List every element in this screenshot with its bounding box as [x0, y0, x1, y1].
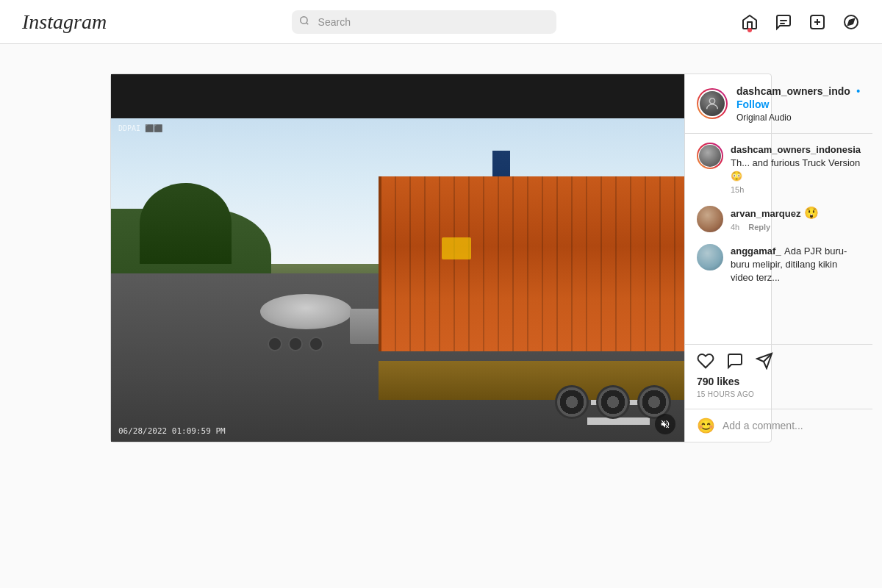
explore-button[interactable]	[842, 13, 860, 31]
video-brand-overlay: DDPAI ⬛⬛	[118, 124, 162, 132]
post-card: DDPAI ⬛⬛ 06/28/2022 01:09:59 PM	[110, 74, 772, 442]
header: Instagram	[0, 0, 882, 44]
instagram-logo: Instagram	[22, 10, 107, 34]
comment-1-content: dashcam_owners_indonesia Th... and furio…	[731, 143, 861, 194]
tanker-wheels	[268, 337, 323, 351]
container-ribs	[381, 176, 684, 351]
svg-marker-6	[848, 18, 854, 24]
post-author-info: dashcam_owners_indo • Follow Original Au…	[736, 85, 861, 123]
comment-item: anggamaf_ Ada PJR buru-buru melipir, dit…	[697, 244, 861, 284]
reply-button[interactable]: Reply	[748, 223, 770, 232]
post-author-avatar-ring	[697, 88, 728, 119]
likes-count: 790 likes	[697, 376, 861, 387]
comment-input[interactable]	[723, 420, 861, 431]
add-comment-row: 😊	[685, 409, 872, 442]
video-timestamp-overlay: 06/28/2022 01:09:59 PM	[118, 426, 226, 436]
comment-2-time: 4h	[731, 223, 739, 232]
container-truck	[352, 176, 684, 419]
commenter-avatar-2	[697, 206, 723, 232]
post-actions: 790 likes 15 HOURS AGO	[685, 344, 872, 409]
wheel-2	[596, 385, 630, 419]
comment-3-username[interactable]: anggamaf_	[731, 245, 781, 257]
create-button[interactable]	[808, 13, 826, 31]
post-media: DDPAI ⬛⬛ 06/28/2022 01:09:59 PM	[111, 74, 684, 442]
video-player[interactable]: DDPAI ⬛⬛ 06/28/2022 01:09:59 PM	[111, 118, 684, 442]
comment-item: arvan_marquez 😲 4h Reply	[697, 206, 861, 232]
post-header: dashcam_owners_indo • Follow Original Au…	[685, 74, 872, 134]
video-scene: DDPAI ⬛⬛ 06/28/2022 01:09:59 PM	[111, 118, 684, 442]
comment-1-time: 15h	[731, 185, 744, 194]
commenter-avatar-inner	[698, 144, 722, 168]
like-button[interactable]	[697, 352, 714, 370]
mute-button[interactable]	[655, 414, 675, 434]
svg-point-0	[300, 16, 306, 23]
truck-wheels	[555, 385, 671, 419]
comment-button[interactable]	[726, 352, 744, 370]
comment-1-text: Th... and furious Truck Version 😳	[731, 157, 860, 182]
wheel	[268, 337, 282, 351]
container-marking	[442, 237, 471, 259]
post-audio-label: Original Audio	[736, 112, 861, 123]
comment-2-username[interactable]: arvan_marquez	[731, 208, 800, 219]
search-bar	[292, 10, 556, 34]
avatar-inner	[698, 90, 726, 118]
share-button[interactable]	[756, 352, 773, 370]
post-timestamp: 15 HOURS AGO	[697, 390, 861, 398]
wheel	[309, 337, 323, 351]
comment-item: dashcam_owners_indonesia Th... and furio…	[697, 143, 861, 194]
comment-3-content: anggamaf_ Ada PJR buru-buru melipir, dit…	[731, 244, 861, 284]
wheel	[288, 337, 303, 351]
main-content: DDPAI ⬛⬛ 06/28/2022 01:09:59 PM	[0, 44, 882, 472]
tanker-body	[260, 294, 352, 329]
media-top-bar	[111, 74, 684, 118]
action-icons-row	[697, 352, 861, 370]
trees2	[140, 183, 232, 264]
comment-1-username[interactable]: dashcam_owners_indonesia	[731, 144, 861, 155]
container-body	[379, 176, 684, 351]
emoji-button[interactable]: 😊	[697, 417, 715, 434]
post-sidebar: dashcam_owners_indo • Follow Original Au…	[684, 74, 872, 442]
commenter-avatar-img-1	[699, 145, 721, 167]
commenter-avatar-3	[697, 244, 723, 270]
notification-dot	[747, 28, 752, 32]
messenger-button[interactable]	[775, 13, 792, 31]
comment-1-meta: 15h	[731, 185, 861, 194]
home-button[interactable]	[741, 13, 759, 31]
header-nav-icons	[741, 13, 860, 31]
comments-area: dashcam_owners_indonesia Th... and furio…	[685, 134, 872, 344]
avatar-img	[700, 91, 725, 116]
commenter-avatar-1	[697, 143, 723, 169]
comment-2-content: arvan_marquez 😲 4h Reply	[731, 206, 861, 232]
search-icon	[299, 15, 309, 29]
post-username[interactable]: dashcam_owners_indo	[736, 85, 850, 97]
wheel-1	[555, 385, 589, 419]
svg-line-1	[306, 22, 308, 24]
comment-2-meta: 4h Reply	[731, 223, 861, 232]
post-author-line: dashcam_owners_indo • Follow	[736, 85, 861, 111]
svg-point-7	[709, 98, 714, 104]
search-input[interactable]	[292, 10, 556, 34]
